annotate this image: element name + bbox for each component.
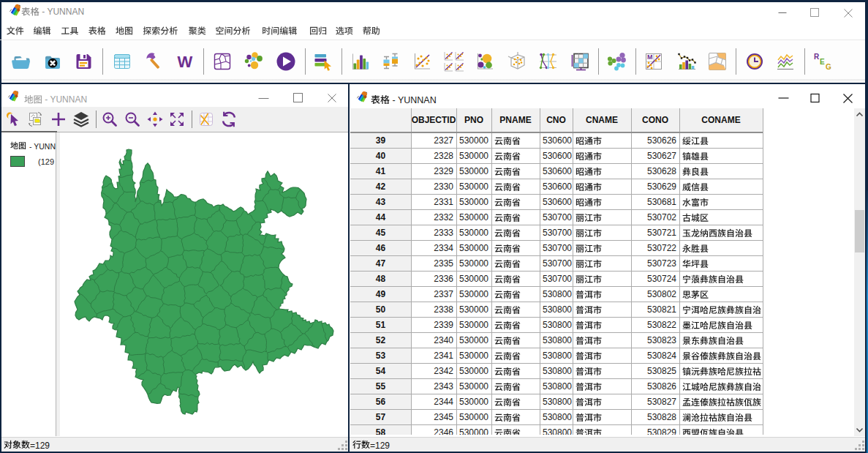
svg-text:M: M xyxy=(647,53,653,61)
svg-text:W: W xyxy=(178,53,193,71)
svg-text:G: G xyxy=(826,63,831,71)
svg-text:R: R xyxy=(814,53,820,61)
svg-text:E: E xyxy=(820,58,825,66)
